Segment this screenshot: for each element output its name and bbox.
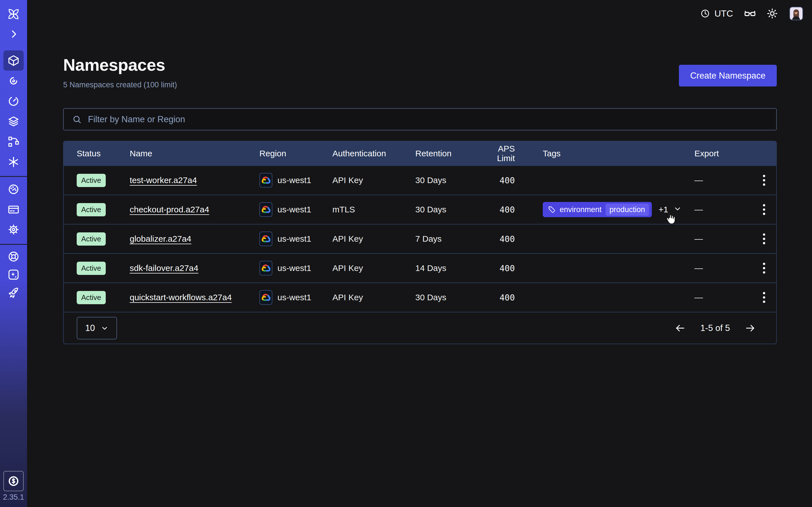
page-subtitle: 5 Namespaces created (100 limit) bbox=[63, 80, 177, 89]
create-namespace-button[interactable]: Create Namespace bbox=[679, 65, 777, 87]
pagination: 1-5 of 5 bbox=[674, 323, 756, 334]
auth-label: API Key bbox=[333, 263, 415, 273]
search-input[interactable] bbox=[88, 114, 768, 124]
auth-label: API Key bbox=[333, 234, 415, 244]
sidebar-divider bbox=[0, 176, 27, 177]
col-header-tags: Tags bbox=[515, 149, 695, 158]
temporal-logo[interactable] bbox=[7, 8, 20, 20]
retention-label: 30 Days bbox=[415, 205, 479, 214]
namespaces-table: Status Name Region Authentication Retent… bbox=[63, 141, 777, 344]
export-value: — bbox=[695, 263, 752, 273]
col-header-authentication: Authentication bbox=[333, 149, 415, 158]
aps-limit-value: 400 bbox=[479, 205, 515, 215]
aps-limit-value: 400 bbox=[479, 234, 515, 244]
table-row[interactable]: Active test-worker.a27a4 us-west1 API Ke… bbox=[64, 165, 776, 194]
gcp-cloud-icon bbox=[259, 202, 272, 217]
row-kebab-menu[interactable] bbox=[752, 233, 776, 244]
status-badge: Active bbox=[77, 291, 106, 304]
table-row[interactable]: Active globalizer.a27a4 us-west1 API Key… bbox=[64, 224, 776, 253]
retention-label: 30 Days bbox=[415, 293, 479, 302]
col-header-aps-limit: APS Limit bbox=[479, 144, 515, 163]
sidebar-item-billing-card-icon[interactable] bbox=[7, 203, 20, 216]
chevron-down-icon bbox=[101, 324, 109, 332]
col-header-status: Status bbox=[77, 149, 130, 158]
tag-icon bbox=[548, 206, 556, 214]
namespace-link[interactable]: quickstart-workflows.a27a4 bbox=[130, 293, 232, 302]
sidebar-item-batch-asterisk-icon[interactable] bbox=[7, 156, 20, 168]
sidebar-item-quickstart-rocket-icon[interactable] bbox=[7, 287, 20, 299]
namespace-link[interactable]: globalizer.a27a4 bbox=[130, 234, 192, 244]
page-size-value: 10 bbox=[85, 323, 95, 333]
row-kebab-menu[interactable] bbox=[752, 175, 776, 186]
next-page-button[interactable] bbox=[745, 323, 756, 334]
previous-page-button[interactable] bbox=[674, 323, 686, 334]
search-icon bbox=[72, 115, 82, 124]
col-header-retention: Retention bbox=[415, 149, 479, 158]
retention-label: 30 Days bbox=[415, 175, 479, 185]
aps-limit-value: 400 bbox=[479, 293, 515, 302]
region-label: us-west1 bbox=[277, 175, 311, 185]
col-header-name: Name bbox=[130, 149, 259, 158]
auth-label: API Key bbox=[333, 175, 415, 185]
sidebar-item-schedules-timer-icon[interactable] bbox=[7, 95, 20, 107]
sidebar-item-deployments-layers-icon[interactable] bbox=[7, 115, 20, 128]
auth-label: API Key bbox=[333, 293, 415, 302]
col-header-export: Export bbox=[695, 149, 752, 158]
sidebar-item-usage-gauge-icon[interactable] bbox=[7, 183, 20, 195]
filter-searchbox[interactable] bbox=[63, 108, 777, 130]
sidebar-item-workflows-spiral-icon[interactable] bbox=[7, 75, 20, 87]
sidebar-item-settings-gear-icon[interactable] bbox=[7, 223, 20, 236]
gcp-cloud-icon bbox=[259, 231, 272, 246]
page-size-select[interactable]: 10 bbox=[77, 317, 117, 339]
status-badge: Active bbox=[77, 232, 106, 245]
region-label: us-west1 bbox=[277, 205, 311, 214]
aps-limit-value: 400 bbox=[479, 175, 515, 185]
sidebar-divider bbox=[0, 244, 27, 245]
table-row[interactable]: Active quickstart-workflows.a27a4 us-wes… bbox=[64, 283, 776, 312]
pricing-dollar-badge-icon[interactable] bbox=[3, 471, 24, 491]
retention-label: 7 Days bbox=[415, 234, 479, 244]
retention-label: 14 Days bbox=[415, 263, 479, 273]
sidebar-item-getting-started-sparkle-icon[interactable] bbox=[7, 269, 20, 281]
tags-cell: environment production +1 bbox=[515, 202, 695, 217]
tags-expand-chevron-icon[interactable] bbox=[673, 205, 682, 215]
tag-chip[interactable]: environment production bbox=[543, 202, 652, 217]
gcp-cloud-icon bbox=[259, 173, 272, 187]
row-kebab-menu[interactable] bbox=[752, 263, 776, 274]
table-row[interactable]: Active checkout-prod.a27a4 us-west1 mTLS… bbox=[64, 194, 776, 224]
sidebar-item-namespaces-cube-icon[interactable] bbox=[7, 54, 20, 67]
export-value: — bbox=[695, 175, 752, 185]
table-header-row: Status Name Region Authentication Retent… bbox=[64, 142, 776, 165]
page-title: Namespaces bbox=[63, 55, 165, 75]
status-badge: Active bbox=[77, 203, 106, 216]
row-kebab-menu[interactable] bbox=[752, 292, 776, 303]
row-kebab-menu[interactable] bbox=[752, 204, 776, 215]
pagination-range: 1-5 of 5 bbox=[700, 323, 730, 333]
tag-value: production bbox=[606, 204, 649, 216]
namespace-link[interactable]: test-worker.a27a4 bbox=[130, 175, 197, 185]
export-value: — bbox=[695, 293, 752, 302]
region-label: us-west1 bbox=[277, 293, 311, 302]
export-value: — bbox=[695, 234, 752, 244]
status-badge: Active bbox=[77, 262, 106, 275]
sidebar-expand-chevron-icon[interactable] bbox=[7, 28, 20, 40]
namespace-link[interactable]: sdk-failover.a27a4 bbox=[130, 263, 199, 273]
app-version: 2.35.1 bbox=[0, 493, 27, 502]
auth-label: mTLS bbox=[333, 205, 415, 214]
sidebar-item-support-lifebuoy-icon[interactable] bbox=[7, 250, 20, 263]
region-label: us-west1 bbox=[277, 263, 311, 273]
region-label: us-west1 bbox=[277, 234, 311, 244]
aps-limit-value: 400 bbox=[479, 263, 515, 273]
gcp-cloud-icon bbox=[259, 261, 272, 276]
tag-key: environment bbox=[560, 205, 602, 214]
table-row[interactable]: Active sdk-failover.a27a4 us-west1 API K… bbox=[64, 253, 776, 283]
col-header-region: Region bbox=[259, 149, 333, 158]
export-value: — bbox=[695, 205, 752, 214]
tag-more-count: +1 bbox=[659, 205, 668, 214]
gcp-cloud-icon bbox=[259, 290, 272, 305]
table-footer: 10 1-5 of 5 bbox=[64, 312, 776, 344]
sidebar-item-nexus-branch-icon[interactable] bbox=[7, 135, 20, 148]
main-content: Namespaces 5 Namespaces created (100 lim… bbox=[27, 0, 812, 507]
status-badge: Active bbox=[77, 174, 106, 187]
namespace-link[interactable]: checkout-prod.a27a4 bbox=[130, 205, 209, 214]
